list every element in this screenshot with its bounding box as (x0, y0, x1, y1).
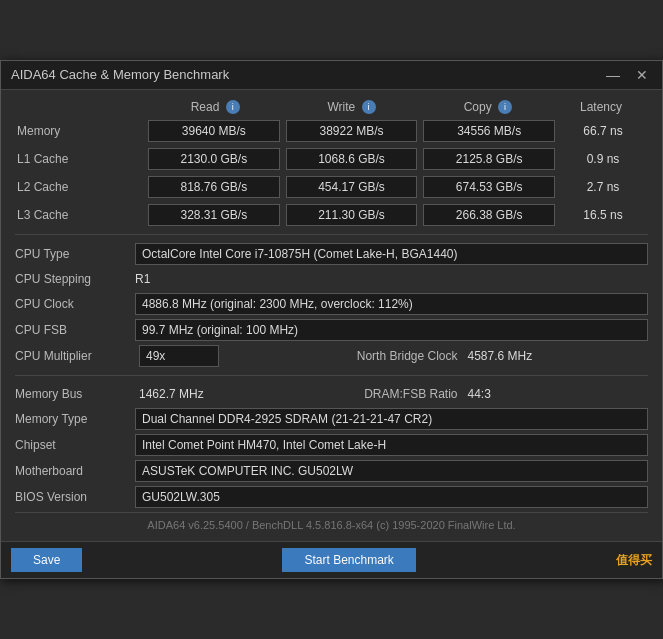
cpu-type-row: CPU Type OctalCore Intel Core i7-10875H … (15, 243, 648, 265)
l2-label: L2 Cache (15, 180, 145, 194)
memory-bus-value: 1462.7 MHz (139, 384, 320, 404)
l2-write: 454.17 GB/s (286, 176, 418, 198)
watermark-text: 值得买 (616, 552, 652, 569)
l2-latency: 2.7 ns (558, 180, 648, 194)
memory-bus-row: Memory Bus 1462.7 MHz DRAM:FSB Ratio 44:… (15, 384, 648, 404)
start-benchmark-button[interactable]: Start Benchmark (282, 548, 415, 572)
cpu-fsb-row: CPU FSB 99.7 MHz (original: 100 MHz) (15, 319, 648, 341)
cpu-multiplier-value: 49x (139, 345, 219, 367)
col-write-header: Write i (283, 100, 419, 115)
bottom-bar: Save Start Benchmark 值得买 (1, 541, 662, 578)
north-bridge-label: North Bridge Clock (324, 349, 464, 363)
col-read-header: Read i (147, 100, 283, 115)
memory-info-section: Memory Bus 1462.7 MHz DRAM:FSB Ratio 44:… (15, 384, 648, 508)
footer-text: AIDA64 v6.25.5400 / BenchDLL 4.5.816.8-x… (15, 512, 648, 535)
cpu-clock-label: CPU Clock (15, 297, 135, 311)
cpu-stepping-label: CPU Stepping (15, 272, 135, 286)
cpu-multiplier-label: CPU Multiplier (15, 349, 135, 363)
column-headers: Read i Write i Copy i Latency (15, 100, 648, 115)
cpu-type-value: OctalCore Intel Core i7-10875H (Comet La… (135, 243, 648, 265)
col-latency-header: Latency (556, 100, 646, 114)
memory-latency: 66.7 ns (558, 124, 648, 138)
col-copy-header: Copy i (420, 100, 556, 115)
minimize-button[interactable]: — (602, 67, 624, 83)
l1-read: 2130.0 GB/s (148, 148, 280, 170)
motherboard-value: ASUSTeK COMPUTER INC. GU502LW (135, 460, 648, 482)
l3-label: L3 Cache (15, 208, 145, 222)
chipset-value: Intel Comet Point HM470, Intel Comet Lak… (135, 434, 648, 456)
cpu-stepping-row: CPU Stepping R1 (15, 269, 648, 289)
bios-label: BIOS Version (15, 490, 135, 504)
chipset-row: Chipset Intel Comet Point HM470, Intel C… (15, 434, 648, 456)
read-info-icon[interactable]: i (226, 100, 240, 114)
memory-write: 38922 MB/s (286, 120, 418, 142)
dram-fsb-value: 44:3 (468, 384, 649, 404)
motherboard-label: Motherboard (15, 464, 135, 478)
divider-1 (15, 234, 648, 235)
memory-copy: 34556 MB/s (423, 120, 555, 142)
save-button[interactable]: Save (11, 548, 82, 572)
window-title: AIDA64 Cache & Memory Benchmark (11, 67, 229, 82)
l1-latency: 0.9 ns (558, 152, 648, 166)
l1-cache-row: L1 Cache 2130.0 GB/s 1068.6 GB/s 2125.8 … (15, 148, 648, 170)
l3-copy: 266.38 GB/s (423, 204, 555, 226)
l1-label: L1 Cache (15, 152, 145, 166)
bios-value: GU502LW.305 (135, 486, 648, 508)
copy-info-icon[interactable]: i (498, 100, 512, 114)
title-bar: AIDA64 Cache & Memory Benchmark — ✕ (1, 61, 662, 90)
cpu-fsb-label: CPU FSB (15, 323, 135, 337)
dram-fsb-label: DRAM:FSB Ratio (324, 387, 464, 401)
memory-bus-label: Memory Bus (15, 387, 135, 401)
l2-cache-row: L2 Cache 818.76 GB/s 454.17 GB/s 674.53 … (15, 176, 648, 198)
memory-label: Memory (15, 124, 145, 138)
memory-type-row: Memory Type Dual Channel DDR4-2925 SDRAM… (15, 408, 648, 430)
memory-type-label: Memory Type (15, 412, 135, 426)
bios-row: BIOS Version GU502LW.305 (15, 486, 648, 508)
title-bar-buttons: — ✕ (602, 67, 652, 83)
l3-write: 211.30 GB/s (286, 204, 418, 226)
l3-read: 328.31 GB/s (148, 204, 280, 226)
memory-row: Memory 39640 MB/s 38922 MB/s 34556 MB/s … (15, 120, 648, 142)
cpu-stepping-value: R1 (135, 269, 648, 289)
l3-latency: 16.5 ns (558, 208, 648, 222)
l3-cache-row: L3 Cache 328.31 GB/s 211.30 GB/s 266.38 … (15, 204, 648, 226)
motherboard-row: Motherboard ASUSTeK COMPUTER INC. GU502L… (15, 460, 648, 482)
l2-read: 818.76 GB/s (148, 176, 280, 198)
content-area: Read i Write i Copy i Latency Memory 396… (1, 90, 662, 542)
chipset-label: Chipset (15, 438, 135, 452)
l2-copy: 674.53 GB/s (423, 176, 555, 198)
l1-copy: 2125.8 GB/s (423, 148, 555, 170)
cpu-fsb-value: 99.7 MHz (original: 100 MHz) (135, 319, 648, 341)
cpu-type-label: CPU Type (15, 247, 135, 261)
main-window: AIDA64 Cache & Memory Benchmark — ✕ Read… (0, 60, 663, 580)
close-button[interactable]: ✕ (632, 67, 652, 83)
l1-write: 1068.6 GB/s (286, 148, 418, 170)
memory-type-value: Dual Channel DDR4-2925 SDRAM (21-21-21-4… (135, 408, 648, 430)
cpu-multiplier-row: CPU Multiplier 49x North Bridge Clock 45… (15, 345, 648, 367)
divider-2 (15, 375, 648, 376)
write-info-icon[interactable]: i (362, 100, 376, 114)
cpu-clock-row: CPU Clock 4886.8 MHz (original: 2300 MHz… (15, 293, 648, 315)
north-bridge-value: 4587.6 MHz (468, 346, 649, 366)
cpu-clock-value: 4886.8 MHz (original: 2300 MHz, overcloc… (135, 293, 648, 315)
memory-read: 39640 MB/s (148, 120, 280, 142)
cpu-info-section: CPU Type OctalCore Intel Core i7-10875H … (15, 243, 648, 367)
